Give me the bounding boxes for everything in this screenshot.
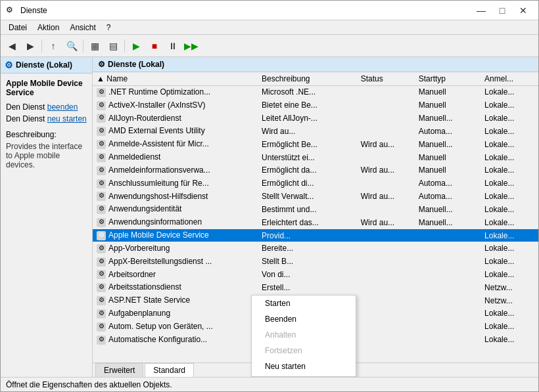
sidebar-stop-line: Den Dienst beenden: [6, 102, 87, 112]
ctx-fortsetzen[interactable]: Fortsetzen: [252, 343, 356, 359]
table-row[interactable]: ⚙Apple Mobile Device ServiceProvid...Lok…: [93, 229, 538, 242]
sidebar-stop-link[interactable]: beenden: [47, 102, 78, 112]
col-header-starttype[interactable]: Starttyp: [415, 72, 480, 86]
cell-starttype: [415, 294, 480, 307]
table-row[interactable]: ⚙App-VorbereitungBereite...Lokale...: [93, 242, 538, 255]
menu-help[interactable]: ?: [101, 22, 116, 33]
view1-button[interactable]: ▦: [86, 37, 103, 54]
table-row[interactable]: ⚙AppX-Bereitstellungsdienst ...Stellt B.…: [93, 255, 538, 268]
pause-button[interactable]: ⏸: [164, 37, 181, 54]
cell-desc: Stellt Verwalt...: [258, 190, 357, 203]
window-title: Dienste: [20, 6, 471, 15]
cell-name: ⚙Anmelde-Assistent für Micr...: [93, 138, 258, 151]
close-button[interactable]: ✕: [513, 3, 533, 18]
play-button[interactable]: ▶: [128, 37, 145, 54]
cell-name: ⚙Anmeldeinformationsverwa...: [93, 163, 258, 177]
col-header-desc[interactable]: Beschreibung: [258, 72, 357, 86]
cell-starttype: [415, 242, 480, 255]
cell-status: [357, 307, 415, 320]
up-button[interactable]: ↑: [45, 37, 62, 54]
stop-button[interactable]: ■: [146, 37, 163, 54]
forward-button[interactable]: ▶: [22, 37, 39, 54]
cell-starttype: [415, 229, 480, 242]
cell-desc: Ermöglicht da...: [258, 163, 357, 177]
cell-desc: Bestimmt und...: [258, 203, 357, 216]
cell-starttype: Manuell...: [415, 112, 480, 125]
cell-status: Wird au...: [357, 138, 415, 151]
sidebar: ⚙ Dienste (Lokal) Apple Mobile Device Se…: [1, 57, 93, 377]
cell-login: Lokale...: [480, 112, 538, 125]
table-row[interactable]: ⚙AnwendungsidentitätBestimmt und...Manue…: [93, 203, 538, 216]
ctx-sep-1: [252, 376, 356, 377]
cell-login: Lokale...: [480, 320, 538, 333]
menu-datei[interactable]: Datei: [3, 22, 32, 33]
col-header-status[interactable]: Status: [357, 72, 415, 86]
cell-status: [357, 255, 415, 268]
cell-name: ⚙App-Vorbereitung: [93, 242, 258, 255]
cell-desc: Bereite...: [258, 242, 357, 255]
table-row[interactable]: ⚙AnmeldedienstUnterstützt ei...ManuellLo…: [93, 151, 538, 164]
table-row[interactable]: ⚙ArbeitsordnerVon di...Lokale...: [93, 268, 538, 281]
cell-starttype: [415, 307, 480, 320]
cell-starttype: Manuell: [415, 163, 480, 177]
table-row[interactable]: ⚙ActiveX-Installer (AxInstSV)Bietet eine…: [93, 98, 538, 112]
cell-starttype: Manuell...: [415, 203, 480, 216]
ctx-neustarten[interactable]: Neu starten: [252, 359, 356, 374]
cell-status: [357, 125, 415, 138]
table-row[interactable]: ⚙Anmeldeinformationsverwa...Ermöglicht d…: [93, 163, 538, 177]
titlebar: ⚙ Dienste — □ ✕: [1, 1, 538, 20]
cell-status: [357, 203, 415, 216]
table-row[interactable]: ⚙AnwendungsinformationenErleichtert das.…: [93, 216, 538, 229]
table-row[interactable]: ⚙ArbeitsstationsdienstErstell...Netzw...: [93, 281, 538, 294]
menu-ansicht[interactable]: Ansicht: [64, 22, 101, 33]
cell-status: Wird au...: [357, 216, 415, 229]
sidebar-header: ⚙ Dienste (Lokal): [1, 57, 92, 74]
maximize-button[interactable]: □: [492, 3, 512, 18]
table-row[interactable]: ⚙AllJoyn-RouterdienstLeitet AllJoyn-...M…: [93, 112, 538, 125]
table-row[interactable]: ⚙AMD External Events UtilityWird au...Au…: [93, 125, 538, 138]
back-button[interactable]: ◀: [3, 37, 20, 54]
cell-desc: Provid...: [258, 229, 357, 242]
cell-status: [357, 294, 415, 307]
ctx-starten[interactable]: Starten: [252, 295, 356, 311]
cell-login: Lokale...: [480, 151, 538, 164]
cell-name: ⚙AMD External Events Utility: [93, 125, 258, 138]
cell-desc: Leitet AllJoyn-...: [258, 112, 357, 125]
cell-status: [357, 151, 415, 164]
cell-name: ⚙Autom. Setup von Geräten, ...: [93, 320, 258, 333]
cell-status: Wird au...: [357, 163, 415, 177]
col-header-name[interactable]: ▲ Name: [93, 72, 258, 86]
restart-button[interactable]: ▶▶: [183, 37, 200, 54]
cell-starttype: Manuell: [415, 151, 480, 164]
tab-erweitert[interactable]: Erweitert: [95, 363, 143, 377]
right-panel-header: ⚙ Dienste (Lokal): [93, 57, 538, 72]
view2-button[interactable]: ▤: [105, 37, 122, 54]
cell-login: Lokale...: [480, 255, 538, 268]
cell-starttype: [415, 333, 480, 346]
cell-login: Lokale...: [480, 190, 538, 203]
cell-desc: Unterstützt ei...: [258, 151, 357, 164]
ctx-beenden[interactable]: Beenden: [252, 311, 356, 327]
table-row[interactable]: ⚙Anschlussumleitung für Re...Ermöglicht …: [93, 177, 538, 190]
minimize-button[interactable]: —: [471, 3, 491, 18]
table-row[interactable]: ⚙Anwendungshost-HilfsdienstStellt Verwal…: [93, 190, 538, 203]
cell-name: ⚙AllJoyn-Routerdienst: [93, 112, 258, 125]
context-menu[interactable]: Starten Beenden Anhalten Fortsetzen Neu …: [251, 295, 356, 377]
statusbar: Öffnet die Eigenschaften des aktuellen O…: [1, 377, 538, 391]
show-button[interactable]: 🔍: [63, 37, 80, 54]
tab-standard[interactable]: Standard: [145, 363, 194, 377]
cell-login: Lokale...: [480, 216, 538, 229]
sidebar-icon: ⚙: [5, 60, 13, 70]
table-row[interactable]: ⚙Anmelde-Assistent für Micr...Ermöglicht…: [93, 138, 538, 151]
col-header-login[interactable]: Anmel...: [480, 72, 538, 86]
toolbar-sep-3: [124, 39, 125, 53]
cell-status: [357, 229, 415, 242]
cell-status: [357, 281, 415, 294]
cell-login: Lokale...: [480, 177, 538, 190]
ctx-anhalten[interactable]: Anhalten: [252, 327, 356, 343]
sidebar-restart-link[interactable]: neu starten: [47, 114, 87, 123]
menu-aktion[interactable]: Aktion: [32, 22, 64, 33]
sidebar-desc-label: Beschreibung:: [6, 130, 87, 139]
table-row[interactable]: ⚙.NET Runtime Optimization...Microsoft .…: [93, 86, 538, 99]
cell-starttype: [415, 320, 480, 333]
